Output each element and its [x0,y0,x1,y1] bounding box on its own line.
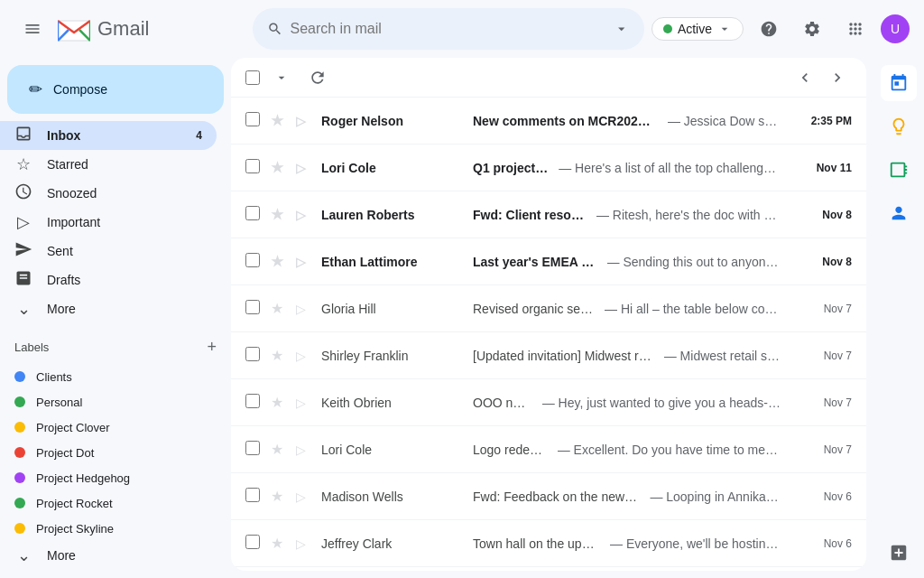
row-important-8[interactable]: ▷ [296,443,314,457]
select-all-checkbox[interactable] [245,70,260,85]
tasks-panel-icon[interactable] [881,152,917,188]
row-checkbox-5[interactable] [245,300,263,317]
label-project-skyline[interactable]: Project Skyline [0,516,217,541]
sidebar-item-important[interactable]: ▷ Important [0,208,217,237]
row-star-6[interactable]: ★ [271,347,289,364]
sidebar-item-sent[interactable]: Sent [0,237,217,266]
email-checkbox-2[interactable] [245,159,260,173]
sidebar-item-more1[interactable]: ⌄ More [0,294,217,323]
settings-icon[interactable] [794,11,830,47]
row-checkbox-7[interactable] [245,394,263,411]
label-clients[interactable]: Clients [0,364,217,389]
row-star-3[interactable]: ★ [271,206,289,223]
row-checkbox-4[interactable] [245,253,263,270]
row-date-10: Nov 6 [789,537,852,550]
row-star-7[interactable]: ★ [271,394,289,411]
row-content-10: Town hall on the upcoming merger — Every… [473,536,781,551]
email-row[interactable]: ★ ▷ Shirley Franklin [Updated invitation… [231,332,866,379]
email-checkbox-1[interactable] [245,112,260,126]
row-important-9[interactable]: ▷ [296,489,314,504]
email-checkbox-8[interactable] [245,441,260,455]
keep-panel-icon[interactable] [881,108,917,144]
row-star-9[interactable]: ★ [271,488,289,505]
row-dash-7 [535,396,539,410]
label-project-hedgehog[interactable]: Project Hedgehog [0,465,217,490]
label-personal-label: Personal [36,396,82,409]
label-project-skyline-label: Project Skyline [36,522,114,536]
row-important-1[interactable]: ▷ [296,114,314,128]
search-dropdown-icon[interactable] [614,20,629,38]
row-star-10[interactable]: ★ [271,535,289,552]
email-row[interactable]: ★ ▷ Keith Obrien OOO next week — Hey, ju… [231,379,866,426]
inbox-icon [14,125,32,147]
email-checkbox-10[interactable] [245,535,260,549]
row-star-8[interactable]: ★ [271,441,289,458]
email-row[interactable]: ★ ▷ Roger Nelson Two pics from the confe… [231,567,866,571]
email-row[interactable]: ★ ▷ Gloria Hill Revised organic search n… [231,285,866,332]
label-project-rocket[interactable]: Project Rocket [0,490,217,516]
refresh-icon[interactable] [303,63,332,92]
email-checkbox-4[interactable] [245,253,260,267]
row-important-5[interactable]: ▷ [296,302,314,316]
row-important-4[interactable]: ▷ [296,255,314,269]
email-checkbox-9[interactable] [245,488,260,502]
email-row[interactable]: ★ ▷ Lori Cole Logo redesign ideas — Exce… [231,426,866,473]
row-star-2[interactable]: ★ [271,159,289,176]
prev-page-icon[interactable] [790,63,819,92]
sidebar-item-drafts[interactable]: Drafts [0,266,217,294]
row-sender-8: Lori Cole [321,443,466,457]
active-dot [663,24,672,33]
sidebar-item-inbox[interactable]: Inbox 4 [0,121,217,150]
label-personal[interactable]: Personal [0,389,217,415]
row-checkbox-3[interactable] [245,206,263,223]
select-dropdown-icon[interactable] [267,63,296,92]
email-checkbox-6[interactable] [245,347,260,361]
contacts-panel-icon[interactable] [881,195,917,231]
email-row[interactable]: ★ ▷ Jeffrey Clark Town hall on the upcom… [231,520,866,567]
row-important-2[interactable]: ▷ [296,161,314,175]
row-star-4[interactable]: ★ [271,253,289,270]
row-important-10[interactable]: ▷ [296,536,314,551]
add-label-icon[interactable]: + [207,338,217,357]
active-status-badge[interactable]: Active [651,17,744,41]
sidebar-item-snoozed[interactable]: Snoozed [0,179,217,208]
row-dash-10 [603,536,606,551]
row-snippet-4: — Sending this out to anyone who missed … [607,255,781,269]
email-row[interactable]: ★ ▷ Ethan Lattimore Last year's EMEA str… [231,238,866,285]
menu-icon[interactable] [14,11,51,47]
row-important-7[interactable]: ▷ [296,396,314,410]
sidebar: ✏ Compose Inbox 4 ☆ Starred Snoozed ▷ Im… [0,58,231,578]
row-checkbox-8[interactable] [245,441,263,458]
email-row[interactable]: ★ ▷ Roger Nelson New comments on MCR2022… [231,98,866,144]
calendar-panel-icon[interactable] [881,65,917,101]
next-page-icon[interactable] [823,63,852,92]
row-snippet-3: — Ritesh, here's the doc with all the cl… [596,208,781,222]
row-important-3[interactable]: ▷ [296,208,314,222]
row-checkbox-9[interactable] [245,488,263,505]
row-checkbox-1[interactable] [245,112,263,129]
email-checkbox-7[interactable] [245,394,260,408]
add-panel-icon[interactable] [881,535,917,571]
search-bar[interactable] [253,8,644,50]
row-star-5[interactable]: ★ [271,300,289,317]
sidebar-item-more2[interactable]: ⌄ More [0,541,217,570]
search-input[interactable] [290,21,606,37]
label-project-clover[interactable]: Project Clover [0,415,217,440]
help-icon[interactable] [751,11,787,47]
email-row[interactable]: ★ ▷ Lori Cole Q1 project wrap-up — Here'… [231,144,866,191]
row-important-6[interactable]: ▷ [296,349,314,363]
row-checkbox-2[interactable] [245,159,263,176]
email-row[interactable]: ★ ▷ Lauren Roberts Fwd: Client resources… [231,191,866,238]
row-content-6: [Updated invitation] Midwest retail sale… [473,349,781,363]
avatar[interactable]: U [881,14,910,43]
email-checkbox-5[interactable] [245,300,260,314]
email-checkbox-3[interactable] [245,206,260,220]
row-checkbox-10[interactable] [245,535,263,552]
apps-icon[interactable] [837,11,873,47]
row-star-1[interactable]: ★ [271,112,289,129]
sidebar-item-starred[interactable]: ☆ Starred [0,150,217,179]
email-row[interactable]: ★ ▷ Madison Wells Fwd: Feedback on the n… [231,473,866,520]
label-project-dot[interactable]: Project Dot [0,440,217,465]
row-checkbox-6[interactable] [245,347,263,364]
compose-button[interactable]: ✏ Compose [7,65,224,114]
